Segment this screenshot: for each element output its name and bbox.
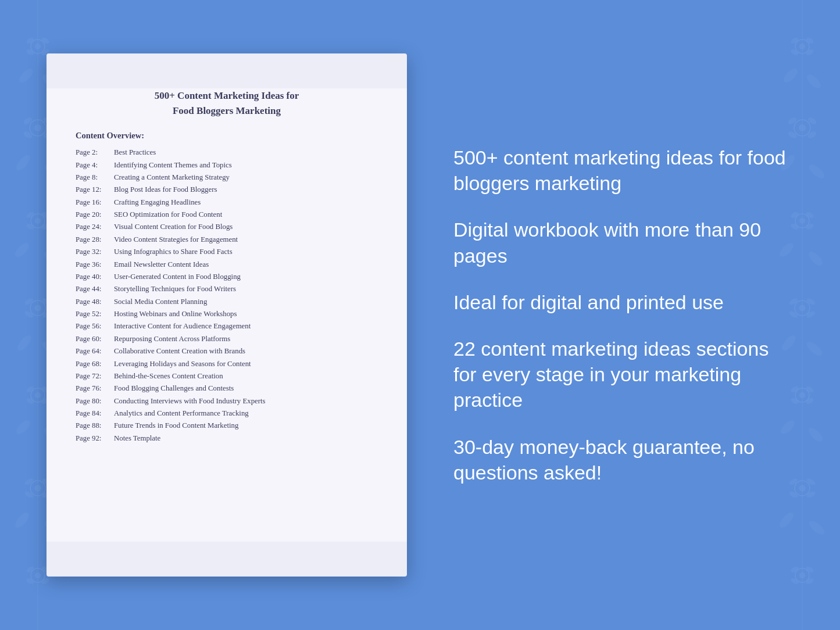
info-point-4: 22 content marketing ideas sections for …: [453, 336, 793, 413]
toc-page-number: Page 76:: [76, 384, 112, 393]
toc-page-number: Page 68:: [76, 360, 112, 368]
toc-title: Collaborative Content Creation with Bran…: [114, 347, 245, 356]
info-panel: 500+ content marketing ideas for food bl…: [442, 145, 793, 485]
toc-item: Page 88:Future Trends in Food Content Ma…: [76, 420, 378, 432]
toc-page-number: Page 64:: [76, 347, 112, 356]
toc-item: Page 44:Storytelling Techniques for Food…: [76, 283, 378, 295]
toc-page-number: Page 56:: [76, 322, 112, 331]
toc-title: Future Trends in Food Content Marketing: [114, 421, 238, 430]
toc-page-number: Page 92:: [76, 434, 112, 443]
toc-page-number: Page 88:: [76, 421, 112, 430]
toc-page-number: Page 40:: [76, 273, 112, 281]
toc-item: Page 48:Social Media Content Planning: [76, 296, 378, 308]
toc-page-number: Page 8:: [76, 173, 112, 182]
toc-item: Page 80:Conducting Interviews with Food …: [76, 395, 378, 407]
toc-page-number: Page 52:: [76, 310, 112, 318]
toc-title: Identifying Content Themes and Topics: [114, 161, 232, 170]
table-of-contents: Page 2:Best PracticesPage 4:Identifying …: [76, 146, 378, 445]
toc-title: Hosting Webinars and Online Workshops: [114, 310, 237, 318]
toc-item: Page 36:Email Newsletter Content Ideas: [76, 258, 378, 270]
toc-title: SEO Optimization for Food Content: [114, 210, 222, 219]
toc-page-number: Page 80:: [76, 397, 112, 406]
toc-item: Page 76:Food Blogging Challenges and Con…: [76, 382, 378, 395]
toc-page-number: Page 36:: [76, 260, 112, 269]
toc-item: Page 8:Creating a Content Marketing Stra…: [76, 171, 378, 184]
toc-title: Using Infographics to Share Food Facts: [114, 248, 233, 256]
document-panel: 500+ Content Marketing Ideas forFood Blo…: [47, 53, 407, 577]
info-point-2: Digital workbook with more than 90 pages: [453, 217, 793, 268]
toc-page-number: Page 48:: [76, 298, 112, 306]
toc-page-number: Page 28:: [76, 235, 112, 244]
toc-item: Page 52:Hosting Webinars and Online Work…: [76, 308, 378, 320]
toc-page-number: Page 32:: [76, 248, 112, 256]
toc-title: Visual Content Creation for Food Blogs: [114, 223, 233, 231]
overview-label: Content Overview:: [76, 131, 378, 141]
toc-page-number: Page 20:: [76, 210, 112, 219]
toc-title: Social Media Content Planning: [114, 298, 207, 306]
main-content: 500+ Content Marketing Ideas forFood Blo…: [0, 0, 840, 630]
toc-item: Page 2:Best Practices: [76, 146, 378, 159]
info-point-3: Ideal for digital and printed use: [453, 289, 793, 315]
toc-item: Page 20:SEO Optimization for Food Conten…: [76, 209, 378, 221]
toc-item: Page 16:Crafting Engaging Headlines: [76, 196, 378, 209]
toc-item: Page 28:Video Content Strategies for Eng…: [76, 234, 378, 246]
toc-title: Interactive Content for Audience Engagem…: [114, 322, 251, 331]
toc-title: User-Generated Content in Food Blogging: [114, 273, 241, 281]
toc-page-number: Page 24:: [76, 223, 112, 231]
toc-item: Page 56:Interactive Content for Audience…: [76, 320, 378, 332]
toc-page-number: Page 2:: [76, 148, 112, 157]
toc-item: Page 4:Identifying Content Themes and To…: [76, 159, 378, 171]
toc-title: Creating a Content Marketing Strategy: [114, 173, 230, 182]
toc-item: Page 40:User-Generated Content in Food B…: [76, 271, 378, 283]
toc-title: Behind-the-Scenes Content Creation: [114, 372, 223, 381]
toc-item: Page 32:Using Infographics to Share Food…: [76, 246, 378, 258]
toc-title: Repurposing Content Across Platforms: [114, 335, 230, 343]
toc-title: Leveraging Holidays and Seasons for Cont…: [114, 360, 251, 368]
toc-title: Conducting Interviews with Food Industry…: [114, 397, 266, 406]
toc-page-number: Page 60:: [76, 335, 112, 343]
toc-page-number: Page 4:: [76, 161, 112, 170]
toc-title: Blog Post Ideas for Food Bloggers: [114, 185, 217, 194]
info-point-5: 30-day money-back guarantee, no question…: [453, 434, 793, 485]
toc-page-number: Page 72:: [76, 372, 112, 381]
toc-title: Storytelling Techniques for Food Writers: [114, 285, 236, 293]
toc-item: Page 12:Blog Post Ideas for Food Blogger…: [76, 184, 378, 196]
toc-item: Page 84:Analytics and Content Performanc…: [76, 407, 378, 420]
toc-title: Food Blogging Challenges and Contests: [114, 384, 234, 393]
toc-page-number: Page 16:: [76, 198, 112, 207]
toc-title: Crafting Engaging Headlines: [114, 198, 201, 207]
toc-title: Best Practices: [114, 148, 156, 157]
toc-item: Page 68:Leveraging Holidays and Seasons …: [76, 357, 378, 370]
toc-item: Page 24:Visual Content Creation for Food…: [76, 221, 378, 233]
toc-page-number: Page 84:: [76, 409, 112, 418]
toc-item: Page 60:Repurposing Content Across Platf…: [76, 333, 378, 345]
toc-title: Notes Template: [114, 434, 160, 443]
toc-item: Page 64:Collaborative Content Creation w…: [76, 345, 378, 357]
toc-page-number: Page 12:: [76, 185, 112, 194]
info-point-1: 500+ content marketing ideas for food bl…: [453, 145, 793, 196]
toc-page-number: Page 44:: [76, 285, 112, 293]
toc-title: Video Content Strategies for Engagement: [114, 235, 238, 244]
document-title: 500+ Content Marketing Ideas forFood Blo…: [76, 88, 378, 118]
toc-title: Email Newsletter Content Ideas: [114, 260, 209, 269]
toc-title: Analytics and Content Performance Tracki…: [114, 409, 249, 418]
toc-item: Page 92:Notes Template: [76, 432, 378, 445]
toc-item: Page 72:Behind-the-Scenes Content Creati…: [76, 370, 378, 382]
